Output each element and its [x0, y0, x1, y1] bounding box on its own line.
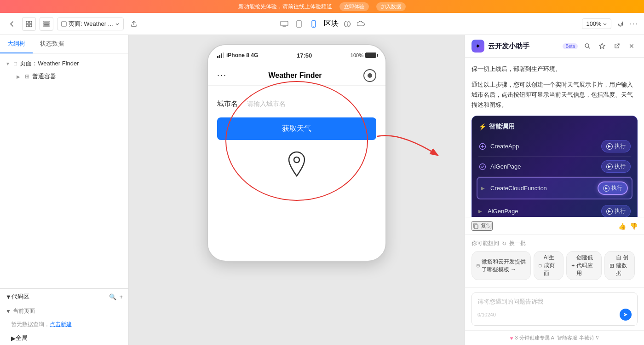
tree-item-container[interactable]: ▶ ⊞ 普通容器	[11, 70, 128, 83]
banner-btn1[interactable]: 立即体验	[339, 2, 369, 11]
phone-frame: iPhone 8 4G 17:50 100% ··· Weather Finde…	[207, 44, 386, 262]
banner-btn2[interactable]: 加入数据	[376, 2, 406, 11]
tab-state-data[interactable]: 状态数据	[33, 35, 71, 53]
cloud-icon[interactable]	[356, 19, 366, 29]
page-selector[interactable]: 页面: Weather ...	[57, 18, 124, 30]
svg-point-20	[585, 44, 589, 47]
smart-call-card: ⚡ 智能调用 CreateApp ▶ 执行	[472, 116, 638, 217]
thumbs-up-btn[interactable]: 👍	[618, 222, 626, 230]
code-empty-text: 暂无数据查询，点击新建	[0, 318, 128, 331]
suggestion-chips: 微搭和云开发提供了哪些模板 → AI生成页面 + 创建低代码应用 ⊞ 自 创建数…	[472, 251, 638, 283]
execute-label-2: 执行	[611, 184, 622, 192]
ai-actions: 复制 👍 👎	[465, 217, 644, 234]
record-btn[interactable]	[363, 69, 376, 82]
container-label: 普通容器	[32, 72, 123, 81]
location-icon-wrap	[217, 151, 376, 177]
settings-icon[interactable]: ⚙	[104, 59, 113, 68]
chip-label-2: 创建低代码应用	[576, 254, 596, 277]
center-label: 区块	[324, 19, 339, 29]
svg-rect-9	[297, 21, 301, 27]
execute-icon-1: ▶	[606, 164, 613, 170]
code-search-icon[interactable]: 🔍	[109, 293, 116, 300]
code-section-header[interactable]: ▼ 代码区 🔍 +	[0, 289, 128, 304]
chip-2[interactable]: + 创建低代码应用	[566, 251, 601, 280]
execute-btn-3[interactable]: ▶ 执行	[601, 205, 631, 217]
page-label-tree: 页面：Weather Finder	[20, 59, 102, 68]
aigenpage1-icon	[478, 163, 487, 171]
ai-avatar: ✦	[472, 40, 484, 53]
export-icon[interactable]	[127, 18, 140, 30]
code-section: ▼ 代码区 🔍 + ▼ 当前页面 暂无数据查询，点击新建 ▶ 全局	[0, 288, 128, 345]
mobile-device-btn[interactable]	[307, 18, 320, 30]
external-link-icon[interactable]	[611, 40, 623, 52]
ai-input-placeholder: 请将您遇到的问题告诉我	[477, 298, 632, 306]
search-icon[interactable]: 🔍	[115, 59, 123, 68]
execute-btn-2[interactable]: ▶ 执行	[598, 181, 628, 195]
battery-percent: 100%	[351, 53, 363, 58]
tab-outline[interactable]: 大纲树	[0, 35, 33, 53]
city-input-placeholder[interactable]: 请输入城市名	[247, 100, 376, 108]
nav-dots[interactable]: ···	[217, 70, 227, 80]
code-add-icon[interactable]: +	[119, 293, 123, 300]
svg-point-11	[313, 26, 314, 27]
tree-item-page[interactable]: ▼ □ 页面：Weather Finder ⚙ 🔍	[0, 57, 128, 70]
code-global-item[interactable]: ▶ 全局	[0, 331, 128, 345]
code-header-icons: 🔍 +	[109, 293, 123, 300]
ai-input-box[interactable]: 请将您遇到的问题告诉我 0/10240	[472, 292, 638, 326]
current-page-header: ▼ 当前页面	[0, 304, 128, 318]
ai-send-btn[interactable]	[620, 309, 632, 321]
feedback-btns: 👍 👎	[618, 222, 638, 230]
status-carrier: iPhone 8 4G	[217, 52, 258, 58]
suggestions-header[interactable]: 你可能想问 ↻ 换一批	[472, 240, 638, 247]
suggestions-label: 你可能想问	[472, 240, 499, 247]
smart-call-title: 智能调用	[489, 123, 515, 131]
ai-panel: ✦ 云开发小助手 Beta ✕ 保一切上线后，部署到生产环境。 通过以上步骤，您…	[465, 35, 644, 345]
tablet-device-btn[interactable]	[293, 18, 305, 30]
svg-rect-17	[223, 53, 224, 58]
data-icon: ⊞	[610, 263, 614, 269]
close-icon[interactable]: ✕	[626, 40, 638, 52]
canvas-area: iPhone 8 4G 17:50 100% ··· Weather Finde…	[129, 35, 465, 345]
zoom-selector[interactable]: 100%	[582, 18, 611, 29]
left-tabs: 大纲树 状态数据	[0, 35, 128, 53]
copy-button[interactable]: 复制	[472, 221, 493, 231]
search-header-icon[interactable]	[581, 40, 593, 52]
grid-icon[interactable]	[22, 17, 36, 31]
code-arrow: ▼	[6, 293, 12, 300]
container-arrow: ▶	[17, 74, 22, 79]
aigenpage2-name: AiGenPage	[488, 208, 518, 215]
ai-text1: 保一切上线后，部署到生产环境。	[472, 64, 638, 74]
refresh-suggestions-icon: ↻	[502, 240, 506, 247]
back-button[interactable]	[6, 18, 18, 30]
execute-btn-1[interactable]: ▶ 执行	[601, 160, 631, 173]
thumbs-down-btn[interactable]: 👎	[630, 222, 638, 230]
create-link[interactable]: 点击新建	[50, 321, 72, 327]
star-header-icon[interactable]	[596, 40, 608, 52]
smart-call-header: ⚡ 智能调用	[478, 123, 631, 131]
expand-arrow: ▼	[6, 61, 11, 66]
svg-rect-8	[281, 21, 288, 26]
current-page-arrow: ▼	[6, 308, 11, 315]
chip-1[interactable]: AI生成页面	[534, 251, 564, 280]
desktop-device-btn[interactable]	[278, 18, 291, 30]
city-row: 城市名 请输入城市名	[217, 99, 376, 108]
chip-3[interactable]: ⊞ 自 创建数据	[604, 251, 635, 280]
device-selector	[278, 18, 320, 30]
smart-call-row-1: AiGenPage ▶ 执行	[478, 157, 631, 177]
status-battery: 100%	[351, 53, 376, 58]
cloud-arrow: ▶	[481, 186, 485, 191]
refresh-icon[interactable]	[614, 18, 627, 30]
location-icon	[286, 151, 308, 177]
heart-icon: ♥	[510, 335, 513, 341]
get-weather-btn[interactable]: 获取天气	[217, 117, 376, 140]
plus-icon: +	[571, 263, 575, 269]
main-layout: 大纲树 状态数据 ▼ □ 页面：Weather Finder ⚙ 🔍 ▶ ⊞ 普…	[0, 35, 644, 345]
layers-icon[interactable]	[40, 17, 53, 31]
info-icon[interactable]	[342, 19, 352, 29]
execute-btn-0[interactable]: ▶ 执行	[601, 140, 631, 152]
more-options-icon[interactable]: ···	[630, 20, 638, 28]
call-item-left-0: CreateApp	[478, 142, 519, 151]
svg-rect-5	[44, 23, 49, 24]
chip-0[interactable]: 微搭和云开发提供了哪些模板 →	[472, 251, 531, 280]
phone-wrap: iPhone 8 4G 17:50 100% ··· Weather Finde…	[207, 44, 386, 262]
